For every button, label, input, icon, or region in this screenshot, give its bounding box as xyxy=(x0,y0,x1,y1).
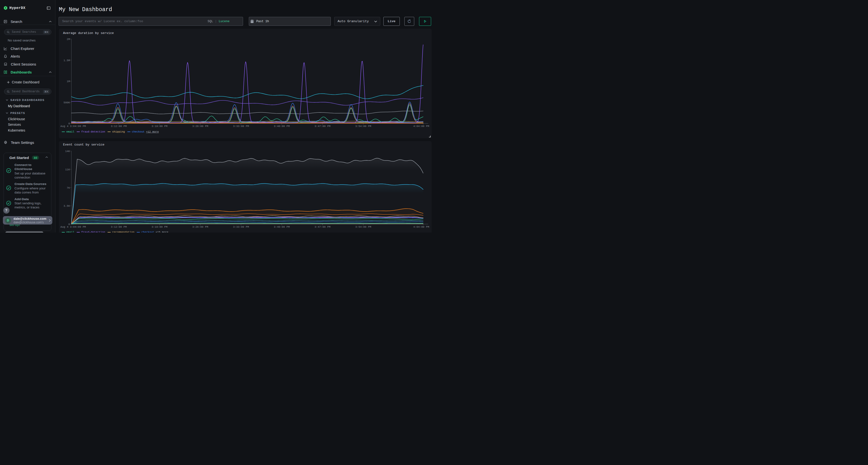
svg-text:3:19:00 PM: 3:19:00 PM xyxy=(151,125,167,128)
svg-text:2M: 2M xyxy=(67,38,70,41)
svg-text:1M: 1M xyxy=(67,80,70,83)
svg-text:Aug 4 3:04:00 PM: Aug 4 3:04:00 PM xyxy=(61,125,86,128)
svg-text:3:47:00 PM: 3:47:00 PM xyxy=(314,226,330,228)
svg-text:3:40:00 PM: 3:40:00 PM xyxy=(274,226,289,228)
svg-text:3.5K: 3.5K xyxy=(64,204,70,207)
svg-text:3:12:00 PM: 3:12:00 PM xyxy=(111,226,127,228)
svg-text:3:54:00 PM: 3:54:00 PM xyxy=(355,125,371,128)
svg-text:3:26:00 PM: 3:26:00 PM xyxy=(192,125,208,128)
svg-text:4:04:00 PM: 4:04:00 PM xyxy=(413,226,429,228)
svg-text:500K: 500K xyxy=(64,101,70,104)
svg-text:3:26:00 PM: 3:26:00 PM xyxy=(192,226,208,228)
svg-text:3:47:00 PM: 3:47:00 PM xyxy=(314,125,330,128)
svg-text:3:40:00 PM: 3:40:00 PM xyxy=(274,125,289,128)
svg-text:3:12:00 PM: 3:12:00 PM xyxy=(111,125,127,128)
svg-text:3:33:00 PM: 3:33:00 PM xyxy=(233,226,249,228)
svg-text:3:54:00 PM: 3:54:00 PM xyxy=(355,226,371,228)
svg-text:3:33:00 PM: 3:33:00 PM xyxy=(233,125,249,128)
svg-text:3:19:00 PM: 3:19:00 PM xyxy=(151,226,167,228)
svg-text:7K: 7K xyxy=(67,187,70,189)
svg-text:11K: 11K xyxy=(65,168,70,171)
svg-text:14K: 14K xyxy=(65,150,70,153)
svg-text:Aug 4 3:04:00 PM: Aug 4 3:04:00 PM xyxy=(61,226,86,228)
svg-text:1.5M: 1.5M xyxy=(64,59,70,62)
svg-text:4:04:00 PM: 4:04:00 PM xyxy=(413,125,429,128)
